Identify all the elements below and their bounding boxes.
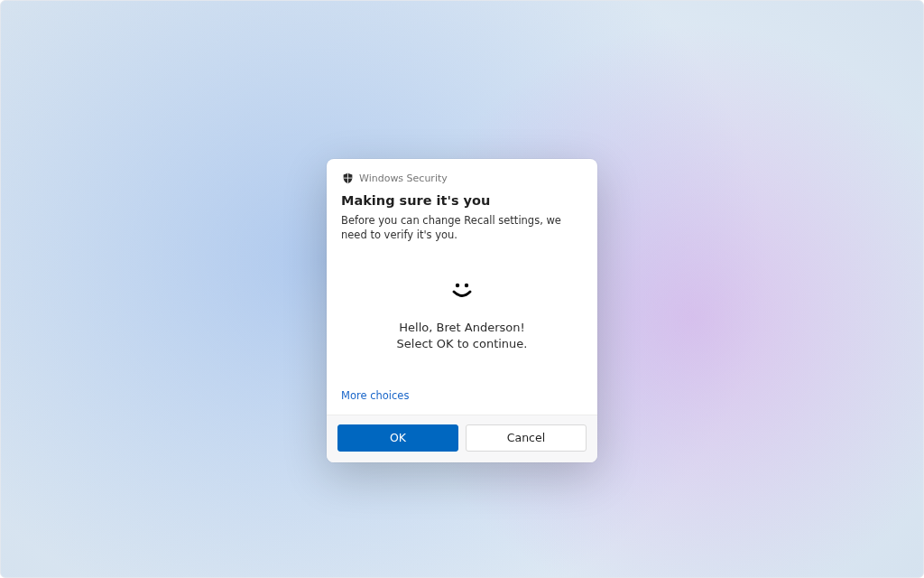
greeting-line-2: Select OK to continue. (350, 336, 574, 352)
more-choices-container: More choices (327, 380, 597, 415)
smile-icon (450, 282, 474, 303)
dialog-subtitle: Before you can change Recall settings, w… (341, 213, 583, 242)
shield-icon (341, 172, 354, 184)
desktop-wallpaper: Windows Security Making sure it's you Be… (0, 0, 924, 578)
dialog-button-row: OK Cancel (327, 415, 597, 462)
svg-point-3 (465, 284, 468, 287)
ok-button[interactable]: OK (337, 424, 458, 452)
cancel-button[interactable]: Cancel (466, 424, 587, 452)
app-name-label: Windows Security (359, 172, 448, 184)
more-choices-link[interactable]: More choices (327, 380, 423, 415)
svg-point-2 (456, 284, 459, 287)
windows-security-dialog: Windows Security Making sure it's you Be… (327, 159, 597, 462)
dialog-title: Making sure it's you (341, 193, 583, 208)
greeting-line-1: Hello, Bret Anderson! (350, 320, 574, 336)
dialog-body: Making sure it's you Before you can chan… (327, 184, 597, 380)
dialog-header: Windows Security (327, 159, 597, 184)
svg-rect-1 (343, 177, 352, 178)
windows-hello-area: Hello, Bret Anderson! Select OK to conti… (341, 242, 583, 379)
